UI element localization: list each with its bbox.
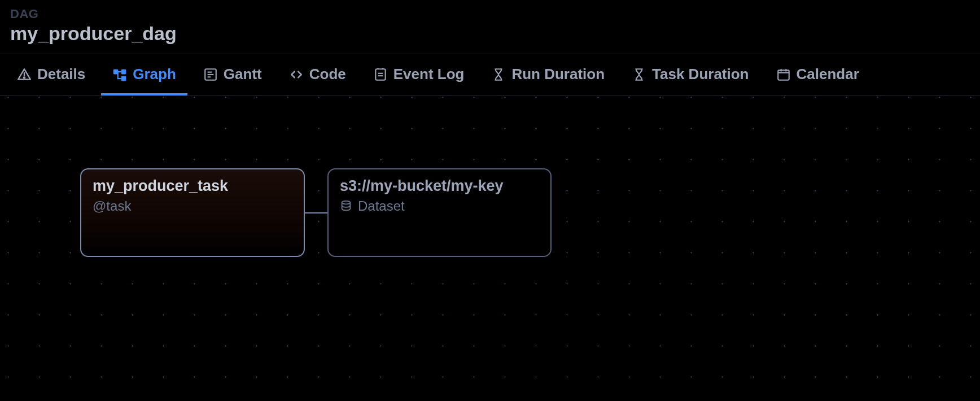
tab-label: Task Duration — [652, 66, 749, 83]
tab-label: Graph — [133, 66, 176, 83]
event-log-icon — [373, 67, 388, 82]
calendar-icon — [776, 67, 791, 82]
tab-label: Details — [37, 66, 85, 83]
tab-gantt[interactable]: Gantt — [192, 54, 273, 95]
svg-point-18 — [342, 201, 351, 204]
svg-rect-4 — [122, 76, 126, 81]
tab-calendar[interactable]: Calendar — [765, 54, 870, 95]
hourglass-icon — [491, 67, 506, 82]
svg-rect-2 — [113, 69, 118, 74]
database-icon — [340, 200, 352, 212]
tab-label: Gantt — [224, 66, 262, 83]
gantt-icon — [203, 67, 218, 82]
tab-label: Event Log — [393, 66, 465, 83]
graph-canvas[interactable]: my_producer_task @task s3://my-bucket/my… — [0, 96, 980, 396]
page-title: my_producer_dag — [10, 23, 970, 45]
node-subtitle: Dataset — [340, 198, 539, 214]
graph-node-dataset[interactable]: s3://my-bucket/my-key Dataset — [327, 168, 552, 257]
node-title: s3://my-bucket/my-key — [340, 177, 539, 195]
tab-label: Run Duration — [511, 66, 605, 83]
code-icon — [289, 67, 304, 82]
tab-label: Calendar — [797, 66, 859, 83]
svg-rect-14 — [778, 70, 789, 80]
svg-rect-9 — [375, 69, 385, 80]
node-title: my_producer_task — [93, 177, 292, 195]
graph-node-task[interactable]: my_producer_task @task — [80, 168, 305, 257]
alert-triangle-icon — [17, 67, 32, 82]
svg-point-1 — [24, 77, 25, 78]
tab-event-log[interactable]: Event Log — [362, 54, 476, 95]
tab-run-duration[interactable]: Run Duration — [480, 54, 616, 95]
page-header: DAG my_producer_dag — [0, 0, 980, 54]
node-subtitle: @task — [93, 198, 292, 214]
svg-rect-3 — [122, 69, 126, 74]
tab-task-duration[interactable]: Task Duration — [620, 54, 760, 95]
tab-label: Code — [309, 66, 346, 83]
header-eyebrow: DAG — [10, 7, 970, 21]
tab-bar: Details Graph Gantt — [0, 54, 980, 96]
tab-code[interactable]: Code — [278, 54, 357, 95]
graph-icon — [112, 67, 127, 82]
hourglass-icon — [632, 67, 646, 82]
graph-edge — [305, 212, 327, 213]
tab-graph[interactable]: Graph — [101, 54, 187, 95]
tab-details[interactable]: Details — [6, 54, 97, 95]
